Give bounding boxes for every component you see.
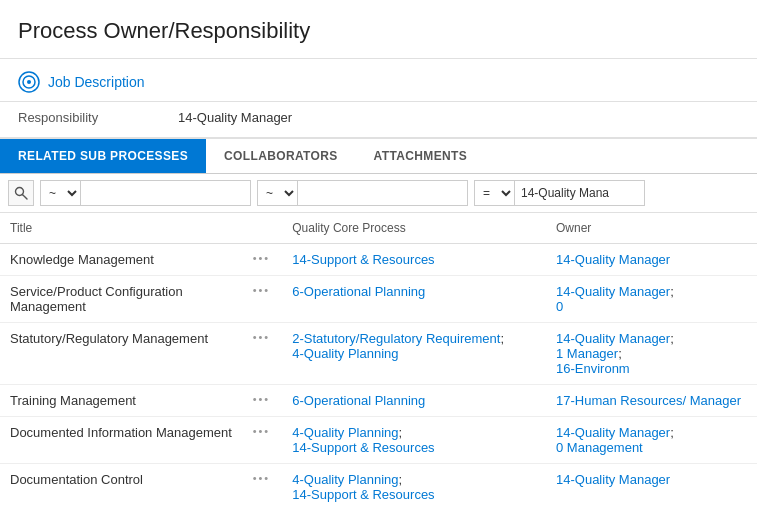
search-icon-btn[interactable] <box>8 180 34 206</box>
owner-link[interactable]: 14-Quality Manager <box>556 472 670 487</box>
data-table: Title Quality Core Process Owner Knowled… <box>0 213 757 508</box>
table-row: Documentation Control•••4-Quality Planni… <box>0 464 757 509</box>
cell-title: Documentation Control <box>0 464 243 509</box>
cell-quality[interactable]: 2-Statutory/Regulatory Requirement; 4-Qu… <box>282 323 546 385</box>
cell-title: Knowledge Management <box>0 244 243 276</box>
table-row: Service/Product Configuration Management… <box>0 276 757 323</box>
filter-text-input-1[interactable] <box>81 180 251 206</box>
filter-group-3: = ~ != <box>474 180 645 206</box>
filter-text-input-2[interactable] <box>298 180 468 206</box>
col-header-title: Title <box>0 213 243 244</box>
quality-link[interactable]: 4-Quality Planning <box>292 425 398 440</box>
table-container: Title Quality Core Process Owner Knowled… <box>0 213 757 508</box>
job-description-icon <box>18 71 40 93</box>
owner-link[interactable]: 0 <box>556 299 563 314</box>
col-header-quality: Quality Core Process <box>282 213 546 244</box>
filter-eq-select[interactable]: = ~ != <box>474 180 515 206</box>
owner-link[interactable]: 14-Quality Manager <box>556 284 670 299</box>
cell-quality[interactable]: 4-Quality Planning; 14-Support & Resourc… <box>282 417 546 464</box>
svg-point-2 <box>27 80 31 84</box>
cell-dots[interactable]: ••• <box>243 417 283 464</box>
meta-label: Responsibility <box>18 110 178 125</box>
quality-link[interactable]: 2-Statutory/Regulatory Requirement <box>292 331 500 346</box>
cell-dots[interactable]: ••• <box>243 244 283 276</box>
cell-title: Training Management <box>0 385 243 417</box>
owner-link[interactable]: 14-Quality Manager <box>556 252 670 267</box>
filter-tilde-select-1[interactable]: ~ = != <box>40 180 81 206</box>
col-header-dots <box>243 213 283 244</box>
table-row: Training Management•••6-Operational Plan… <box>0 385 757 417</box>
svg-line-4 <box>23 195 27 199</box>
cell-title: Statutory/Regulatory Management <box>0 323 243 385</box>
col-header-owner: Owner <box>546 213 757 244</box>
cell-dots[interactable]: ••• <box>243 385 283 417</box>
cell-owner[interactable]: 14-Quality Manager <box>546 244 757 276</box>
section-title-link[interactable]: Job Description <box>48 74 145 90</box>
cell-quality[interactable]: 6-Operational Planning <box>282 385 546 417</box>
filter-group-2: ~ = != <box>257 180 468 206</box>
filter-owner-input[interactable] <box>515 180 645 206</box>
cell-quality[interactable]: 14-Support & Resources <box>282 244 546 276</box>
owner-link[interactable]: 16-Environm <box>556 361 630 376</box>
page-title: Process Owner/Responsibility <box>0 0 757 59</box>
tab-collaborators[interactable]: COLLABORATORS <box>206 139 356 173</box>
cell-owner[interactable]: 17-Human Resources/ Manager <box>546 385 757 417</box>
cell-dots[interactable]: ••• <box>243 276 283 323</box>
meta-value: 14-Quality Manager <box>178 110 292 125</box>
quality-link[interactable]: 6-Operational Planning <box>292 393 425 408</box>
cell-quality[interactable]: 4-Quality Planning; 14-Support & Resourc… <box>282 464 546 509</box>
filter-bar: ~ = != ~ = != = ~ != <box>0 174 757 213</box>
table-row: Statutory/Regulatory Management•••2-Stat… <box>0 323 757 385</box>
cell-owner[interactable]: 14-Quality Manager; 0 <box>546 276 757 323</box>
meta-row: Responsibility 14-Quality Manager <box>0 102 757 139</box>
tabs-bar: RELATED SUB PROCESSES COLLABORATORS ATTA… <box>0 139 757 174</box>
owner-link[interactable]: 17-Human Resources/ Manager <box>556 393 741 408</box>
cell-owner[interactable]: 14-Quality Manager; 1 Manager; 16-Enviro… <box>546 323 757 385</box>
filter-group-1: ~ = != <box>40 180 251 206</box>
quality-link[interactable]: 4-Quality Planning <box>292 346 398 361</box>
cell-title: Documented Information Management <box>0 417 243 464</box>
tab-related-sub-processes[interactable]: RELATED SUB PROCESSES <box>0 139 206 173</box>
quality-link[interactable]: 6-Operational Planning <box>292 284 425 299</box>
cell-dots[interactable]: ••• <box>243 323 283 385</box>
cell-owner[interactable]: 14-Quality Manager; 0 Management <box>546 417 757 464</box>
table-row: Knowledge Management•••14-Support & Reso… <box>0 244 757 276</box>
quality-link[interactable]: 14-Support & Resources <box>292 487 434 502</box>
cell-quality[interactable]: 6-Operational Planning <box>282 276 546 323</box>
owner-link[interactable]: 14-Quality Manager <box>556 425 670 440</box>
cell-owner[interactable]: 14-Quality Manager <box>546 464 757 509</box>
owner-link[interactable]: 1 Manager <box>556 346 618 361</box>
quality-link[interactable]: 4-Quality Planning <box>292 472 398 487</box>
search-icon <box>14 186 28 200</box>
table-row: Documented Information Management•••4-Qu… <box>0 417 757 464</box>
cell-dots[interactable]: ••• <box>243 464 283 509</box>
section-header: Job Description <box>0 59 757 102</box>
owner-link[interactable]: 0 Management <box>556 440 643 455</box>
quality-link[interactable]: 14-Support & Resources <box>292 252 434 267</box>
cell-title: Service/Product Configuration Management <box>0 276 243 323</box>
owner-link[interactable]: 14-Quality Manager <box>556 331 670 346</box>
quality-link[interactable]: 14-Support & Resources <box>292 440 434 455</box>
tab-attachments[interactable]: ATTACHMENTS <box>356 139 486 173</box>
filter-tilde-select-2[interactable]: ~ = != <box>257 180 298 206</box>
